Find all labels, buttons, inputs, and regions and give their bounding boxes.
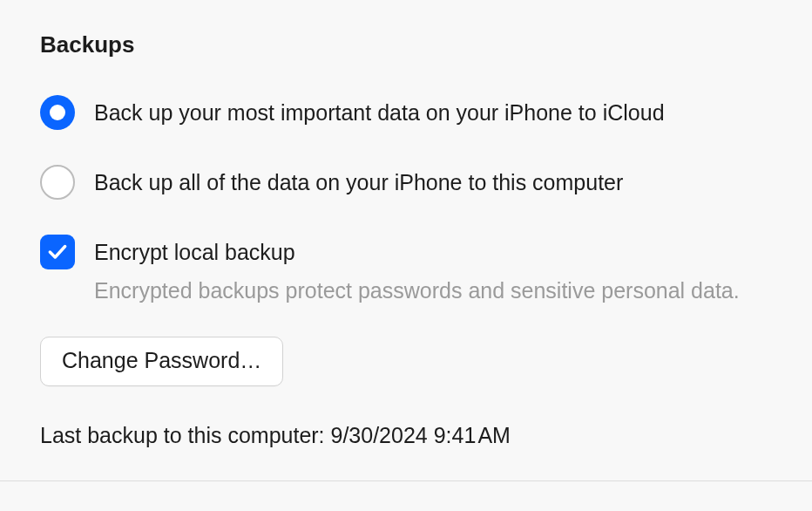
change-password-button[interactable]: Change Password…	[40, 337, 283, 386]
check-icon	[46, 240, 69, 262]
last-backup-status: Last backup to this computer: 9/30/2024 …	[40, 423, 772, 448]
last-backup-time: 9/30/2024 9:41 AM	[331, 423, 511, 447]
backups-panel: Backups Back up your most important data…	[0, 0, 812, 466]
encrypt-label: Encrypt local backup	[94, 240, 295, 265]
last-backup-prefix: Last backup to this computer:	[40, 423, 331, 447]
backup-option-computer[interactable]: Back up all of the data on your iPhone t…	[40, 165, 772, 200]
backup-option-computer-label: Back up all of the data on your iPhone t…	[94, 168, 623, 197]
encrypt-local-backup[interactable]: Encrypt local backup	[40, 235, 772, 269]
radio-unselected-icon[interactable]	[40, 165, 75, 200]
checkbox-checked-icon[interactable]	[40, 235, 75, 269]
radio-selected-icon[interactable]	[40, 95, 75, 130]
backup-option-icloud[interactable]: Back up your most important data on your…	[40, 95, 772, 130]
backup-option-icloud-label: Back up your most important data on your…	[94, 99, 665, 127]
divider	[0, 480, 812, 481]
section-title: Backups	[40, 31, 772, 58]
encrypt-description: Encrypted backups protect passwords and …	[94, 278, 772, 303]
